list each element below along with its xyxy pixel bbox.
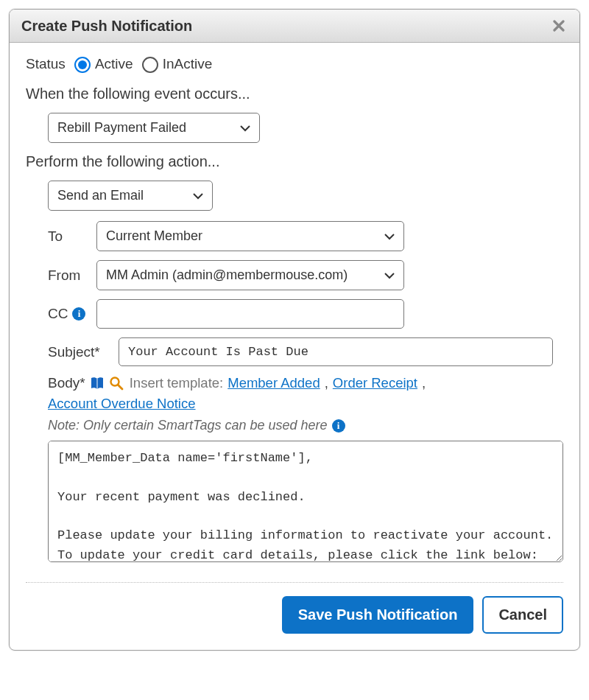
email-form: To Current Member From MM Admin (admin@m… — [48, 221, 563, 566]
info-icon[interactable]: i — [72, 307, 85, 321]
action-select[interactable]: Send an Email — [48, 181, 213, 211]
action-select-value: Send an Email — [57, 188, 144, 203]
status-label: Status — [26, 56, 66, 72]
body-label-row: Body* Insert template: Member Added, Ord… — [48, 375, 563, 412]
radio-active-label: Active — [95, 56, 133, 72]
from-select-value: MM Admin (admin@membermouse.com) — [106, 267, 348, 283]
template-link-account-overdue[interactable]: Account Overdue Notice — [48, 396, 196, 412]
book-icon[interactable] — [90, 376, 105, 391]
dialog-title: Create Push Notification — [21, 18, 192, 35]
to-label: To — [48, 228, 96, 245]
from-select[interactable]: MM Admin (admin@membermouse.com) — [96, 260, 404, 290]
chevron-down-icon — [240, 125, 250, 132]
smarttags-note-row: Note: Only certain SmartTags can be used… — [48, 418, 563, 433]
event-select[interactable]: Rebill Payment Failed — [48, 113, 260, 143]
to-select-value: Current Member — [106, 228, 202, 244]
chevron-down-icon — [384, 233, 395, 240]
close-icon[interactable] — [550, 17, 568, 35]
event-select-value: Rebill Payment Failed — [57, 120, 186, 136]
subject-input[interactable] — [119, 337, 553, 366]
template-link-member-added[interactable]: Member Added — [228, 375, 320, 391]
search-icon[interactable] — [109, 376, 124, 391]
from-label: From — [48, 267, 96, 284]
create-push-notification-dialog: Create Push Notification Status Active I… — [9, 9, 580, 651]
radio-inactive[interactable] — [142, 57, 158, 73]
info-icon[interactable]: i — [332, 419, 345, 433]
radio-active[interactable] — [74, 57, 91, 73]
dialog-header: Create Push Notification — [10, 10, 579, 43]
status-row: Status Active InActive — [26, 56, 563, 72]
radio-inactive-label: InActive — [163, 56, 213, 72]
dialog-footer: Save Push Notification Cancel — [10, 583, 579, 650]
smarttags-note: Note: Only certain SmartTags can be used… — [48, 418, 328, 433]
to-select[interactable]: Current Member — [96, 221, 404, 251]
body-textarea[interactable] — [48, 441, 563, 562]
action-heading: Perform the following action... — [26, 153, 563, 170]
body-label: Body* — [48, 375, 85, 391]
from-row: From MM Admin (admin@membermouse.com) — [48, 260, 563, 290]
chevron-down-icon — [193, 192, 203, 200]
svg-line-1 — [118, 385, 122, 389]
cc-row: CC i — [48, 299, 563, 329]
event-heading: When the following event occurs... — [26, 85, 563, 102]
dialog-body: Status Active InActive When the followin… — [10, 43, 579, 583]
subject-label: Subject* — [48, 344, 119, 360]
to-row: To Current Member — [48, 221, 563, 251]
subject-row: Subject* — [48, 337, 563, 366]
template-link-order-receipt[interactable]: Order Receipt — [333, 375, 417, 391]
chevron-down-icon — [384, 272, 395, 279]
cancel-button[interactable]: Cancel — [482, 596, 563, 634]
cc-label: CC — [48, 306, 68, 322]
insert-template-label: Insert template: — [130, 375, 224, 391]
cc-input[interactable] — [96, 299, 404, 329]
save-button[interactable]: Save Push Notification — [282, 596, 474, 634]
